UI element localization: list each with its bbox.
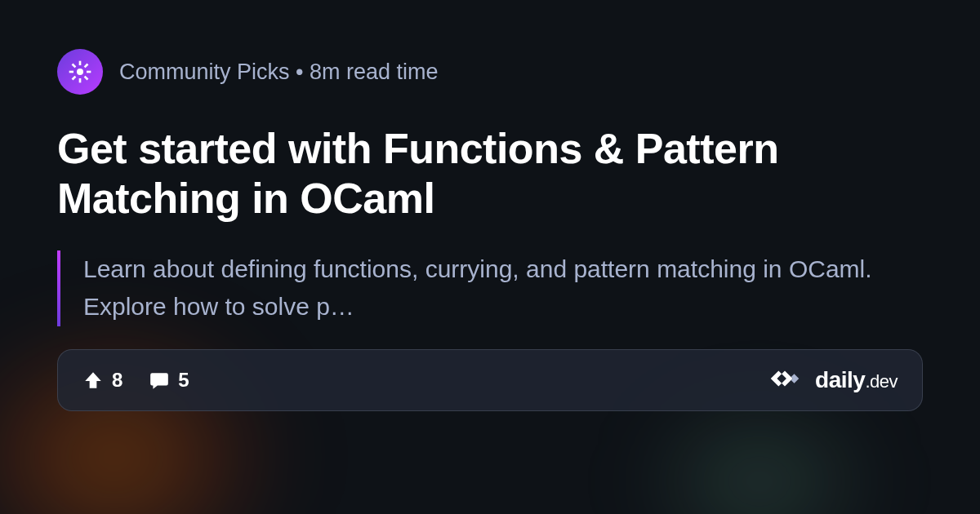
meta-separator: • xyxy=(290,60,310,84)
svg-line-8 xyxy=(85,64,88,68)
description-container: Learn about defining functions, currying… xyxy=(57,250,923,326)
article-description: Learn about defining functions, currying… xyxy=(83,250,923,326)
comment-icon xyxy=(149,370,170,391)
brand: daily.dev xyxy=(766,366,898,394)
read-time: 8m read time xyxy=(310,60,439,84)
stats-group: 8 5 xyxy=(82,369,189,392)
source-name: Community Picks xyxy=(119,60,290,84)
article-title: Get started with Functions & Pattern Mat… xyxy=(57,124,923,224)
svg-line-6 xyxy=(85,77,88,80)
svg-point-0 xyxy=(77,69,83,75)
svg-line-5 xyxy=(73,64,76,68)
card-header: Community Picks • 8m read time xyxy=(57,49,923,95)
upvote-stat[interactable]: 8 xyxy=(82,369,122,392)
svg-line-7 xyxy=(73,77,76,80)
brand-logo-icon xyxy=(766,366,804,394)
upvote-count: 8 xyxy=(112,369,122,392)
upvote-icon xyxy=(82,370,104,391)
article-card: Community Picks • 8m read time Get start… xyxy=(0,0,980,514)
comment-stat[interactable]: 5 xyxy=(149,369,189,392)
brand-name: daily.dev xyxy=(815,367,898,393)
footer-bar: 8 5 daily.dev xyxy=(57,349,923,411)
source-meta: Community Picks • 8m read time xyxy=(119,60,439,85)
source-avatar xyxy=(57,49,103,95)
comment-count: 5 xyxy=(178,369,189,392)
target-icon xyxy=(67,59,93,85)
